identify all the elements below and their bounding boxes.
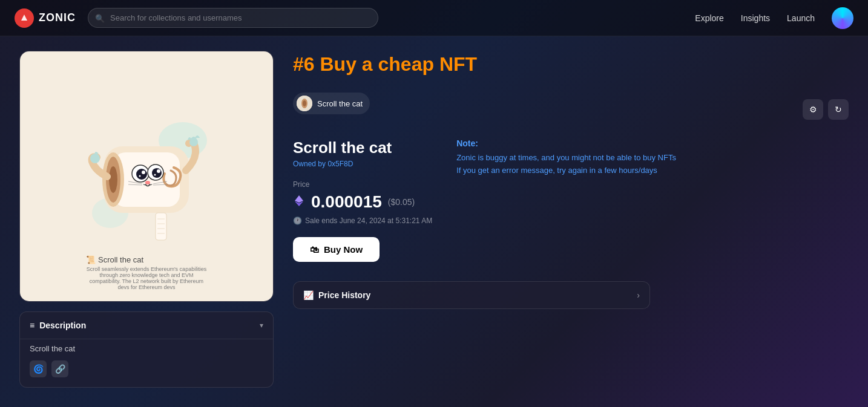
svg-point-11 — [136, 169, 147, 180]
description-icons-row: 🌀 🔗 — [30, 360, 263, 377]
svg-point-8 — [109, 166, 117, 193]
svg-point-14 — [157, 169, 160, 173]
description-body: Scroll the cat 🌀 🔗 — [20, 339, 273, 387]
nav-launch[interactable]: Launch — [787, 13, 815, 23]
sale-ends-text: Sale ends June 24, 2024 at 5:31:21 AM — [305, 217, 432, 225]
search-bar[interactable]: 🔍 — [88, 8, 378, 28]
search-icon: 🔍 — [95, 13, 105, 22]
left-column: 📜 Scroll the cat Scroll seamlessly exten… — [19, 51, 274, 388]
price-label: Price — [293, 180, 432, 189]
svg-rect-24 — [156, 213, 166, 240]
svg-point-31 — [303, 100, 306, 106]
collection-row: Scroll the cat ⚙ ↻ — [293, 93, 849, 126]
logo-area[interactable]: ZONIC — [15, 8, 76, 28]
collection-badge[interactable]: Scroll the cat — [293, 93, 370, 114]
price-history-section: 📈 Price History › — [293, 281, 650, 309]
price-history-card[interactable]: 📈 Price History › — [293, 281, 650, 309]
svg-point-17 — [145, 181, 150, 184]
search-input[interactable] — [88, 8, 378, 28]
description-header[interactable]: ≡ Description ▾ — [20, 312, 273, 339]
eth-icon — [293, 195, 305, 210]
description-title: Description — [39, 321, 86, 330]
desc-icon-scroll[interactable]: 🌀 — [30, 360, 47, 377]
description-icon: ≡ — [30, 321, 35, 330]
sale-ends: 🕐 Sale ends June 24, 2024 at 5:31:21 AM — [293, 217, 432, 225]
right-column: #6 Buy a cheap NFT Scroll the cat ⚙ — [293, 51, 849, 388]
clock-icon: 🕐 — [293, 217, 302, 225]
price-row: 0.000015 ($0.05) — [293, 192, 432, 212]
description-card: ≡ Description ▾ Scroll the cat 🌀 🔗 — [19, 311, 274, 388]
price-value: 0.000015 — [311, 192, 382, 212]
svg-point-15 — [139, 175, 141, 177]
buy-now-label: Buy Now — [324, 244, 363, 255]
page-title: #6 Buy a cheap NFT — [293, 53, 849, 76]
desc-icon-link[interactable]: 🔗 — [51, 360, 68, 377]
owned-by: Owned by 0x5F8D — [293, 160, 432, 168]
note-text: Zonic is buggy at times, and you might n… — [456, 152, 849, 177]
nft-artwork — [62, 92, 231, 261]
refresh-icon-button[interactable]: ↻ — [828, 99, 849, 120]
nft-image-inner: 📜 Scroll the cat Scroll seamlessly exten… — [20, 51, 273, 301]
buy-now-button[interactable]: 🛍 Buy Now — [293, 237, 380, 262]
svg-marker-32 — [295, 195, 303, 203]
collection-badge-label: Scroll the cat — [317, 99, 363, 108]
main-content: 📜 Scroll the cat Scroll seamlessly exten… — [0, 36, 868, 402]
nft-caption-title: 📜 Scroll the cat — [86, 255, 207, 264]
settings-icon-button[interactable]: ⚙ — [803, 99, 823, 120]
description-header-left: ≡ Description — [30, 321, 86, 330]
collection-avatar — [297, 96, 312, 111]
price-section: Price 0.000015 ($0.05) — [293, 180, 432, 212]
price-history-left: 📈 Price History — [303, 290, 370, 300]
bag-icon: 🛍 — [310, 244, 319, 255]
logo-text: ZONIC — [39, 11, 76, 24]
right-details: Scroll the cat ⚙ ↻ Scroll the cat Owned … — [293, 93, 849, 309]
logo-icon — [15, 8, 34, 28]
svg-point-13 — [142, 171, 145, 174]
chart-icon: 📈 — [303, 290, 314, 300]
owner-address[interactable]: 0x5F8D — [327, 160, 353, 168]
svg-point-16 — [154, 174, 156, 175]
arrow-right-icon: › — [637, 290, 640, 300]
description-text: Scroll the cat — [30, 344, 263, 353]
nav-links: Explore Insights Launch — [695, 7, 853, 29]
avatar[interactable] — [832, 7, 853, 29]
nft-info-section: Scroll the cat Owned by 0x5F8D Price — [293, 138, 432, 262]
svg-point-12 — [152, 168, 162, 178]
price-history-title: Price History — [318, 290, 370, 300]
note-title: Note: — [456, 138, 849, 148]
price-usd: ($0.05) — [388, 197, 415, 207]
action-buttons: ⚙ ↻ — [803, 99, 849, 120]
nav-explore[interactable]: Explore — [695, 13, 723, 23]
header: ZONIC 🔍 Explore Insights Launch — [0, 0, 868, 36]
nft-image-card: 📜 Scroll the cat Scroll seamlessly exten… — [19, 51, 274, 302]
nft-caption: 📜 Scroll the cat Scroll seamlessly exten… — [86, 255, 207, 290]
chevron-down-icon: ▾ — [260, 321, 263, 330]
note-section: Note: Zonic is buggy at times, and you m… — [456, 138, 849, 262]
nft-title: Scroll the cat — [293, 138, 432, 157]
nav-insights[interactable]: Insights — [741, 13, 770, 23]
nft-info-note-row: Scroll the cat Owned by 0x5F8D Price — [293, 138, 849, 262]
